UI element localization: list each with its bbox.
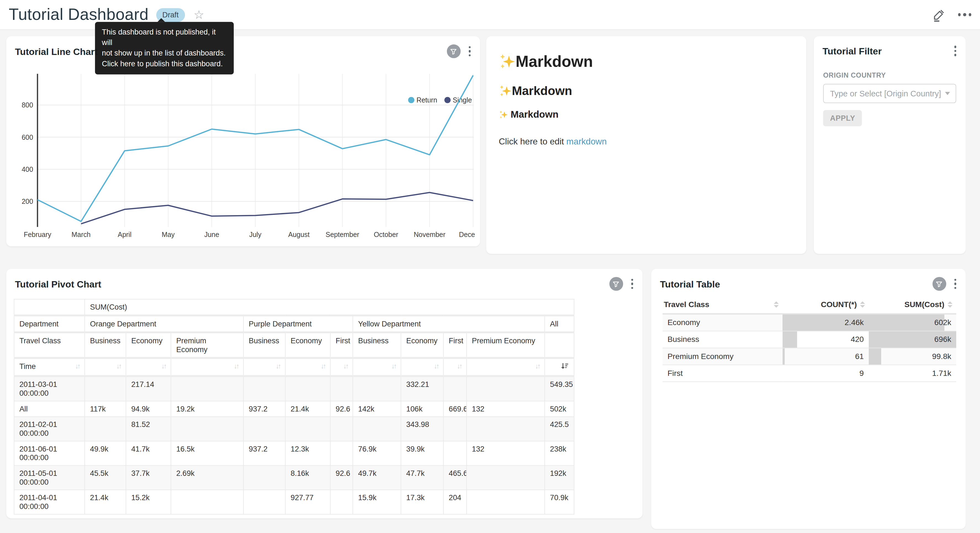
sort-carets-icon[interactable] <box>947 301 952 308</box>
pivot-row-label: 2011-03-01 00:00:00 <box>14 376 85 401</box>
pivot-cell: 21.4k <box>85 490 126 514</box>
kebab-menu-icon[interactable] <box>467 45 472 57</box>
pivot-group-header: Orange Department <box>85 315 243 332</box>
pivot-cell: 92.6 <box>331 466 353 490</box>
pivot-cell <box>85 376 126 401</box>
pivot-cell: 937.2 <box>243 441 285 465</box>
origin-country-select[interactable]: Type or Select [Origin Country] <box>823 83 956 103</box>
table-column-header[interactable]: COUNT(*) <box>783 297 869 314</box>
sort-arrows-icon[interactable]: ↓↑ <box>457 362 461 370</box>
publish-tooltip[interactable]: This dashboard is not published, it will… <box>95 22 234 74</box>
travel-class-cell: Premium Economy <box>663 348 783 365</box>
line-chart-title: Tutorial Line Chart <box>15 46 97 56</box>
kebab-menu-icon[interactable] <box>630 278 635 290</box>
pivot-cell <box>285 417 331 441</box>
svg-text:800: 800 <box>22 101 33 109</box>
sort-arrows-icon[interactable]: ↓↑ <box>161 362 165 370</box>
pivot-cell: 132 <box>466 401 545 417</box>
sort-arrows-icon[interactable]: ↓↑ <box>234 362 238 370</box>
pivot-row: 2011-06-01 00:00:0049.9k41.7k16.5k937.21… <box>14 441 574 465</box>
pivot-cell: 47.7k <box>401 466 443 490</box>
pivot-sort-cell: ↓↑ <box>401 358 443 376</box>
pivot-cell: 92.6 <box>331 401 353 417</box>
sum-cost-cell: 99.8k <box>869 348 956 365</box>
sort-carets-icon[interactable] <box>774 301 779 308</box>
markdown-h2: Markdown <box>499 84 794 98</box>
favorite-star-icon[interactable]: ☆ <box>194 9 204 21</box>
sort-arrows-icon[interactable]: ↓↑ <box>116 362 121 370</box>
edit-pencil-icon[interactable] <box>932 8 945 22</box>
pivot-metric-header: SUM(Cost) <box>85 299 574 315</box>
pivot-cell: 45.5k <box>85 466 126 490</box>
pivot-cell: 49.7k <box>353 466 401 490</box>
pivot-cell <box>331 441 353 465</box>
pivot-department-label: Department <box>14 315 85 332</box>
pivot-cell <box>85 417 126 441</box>
sort-arrows-icon[interactable]: ↓↑ <box>391 362 396 370</box>
pivot-column-header: First <box>331 332 353 358</box>
pivot-group-header: Purple Department <box>243 315 353 332</box>
pivot-cell: 343.98 <box>401 417 443 441</box>
pivot-column-header: Economy <box>126 332 171 358</box>
markdown-edit-link[interactable]: markdown <box>566 136 607 146</box>
sort-arrows-icon[interactable]: ↓↑ <box>320 362 325 370</box>
kebab-menu-icon[interactable] <box>953 278 958 290</box>
pivot-cell <box>466 417 545 441</box>
sort-arrows-icon[interactable]: ↓↑ <box>343 362 348 370</box>
pivot-row-label: 2011-04-01 00:00:00 <box>14 490 85 514</box>
pivot-column-header: First <box>443 332 466 358</box>
kebab-menu-icon[interactable] <box>953 45 958 57</box>
table-card-title: Tutorial Table <box>660 279 720 289</box>
pivot-time-label: Time↓↑ <box>14 358 85 376</box>
pivot-row: 2011-04-01 00:00:0021.4k15.2k927.7715.9k… <box>14 490 574 514</box>
pivot-row: 2011-02-01 00:00:0081.52343.98425.5 <box>14 417 574 441</box>
svg-text:600: 600 <box>22 133 33 141</box>
pivot-table: SUM(Cost)DepartmentOrange DepartmentPurp… <box>6 293 643 514</box>
pivot-cell <box>443 417 466 441</box>
pivot-cell: 21.4k <box>285 401 331 417</box>
sort-arrows-icon[interactable]: ↓↑ <box>434 362 438 370</box>
pivot-cell <box>353 376 401 401</box>
apply-button[interactable]: APPLY <box>823 110 862 126</box>
pivot-group-header: Yellow Department <box>353 315 545 332</box>
pivot-cell: 94.9k <box>126 401 171 417</box>
pivot-cell: 204 <box>443 490 466 514</box>
table-column-header[interactable]: Travel Class <box>663 297 783 314</box>
pivot-sort-cell: ↓↑ <box>353 358 401 376</box>
filter-circle-icon[interactable] <box>932 277 946 291</box>
table-row: Business420696k <box>663 331 956 348</box>
tooltip-line: Click here to publish this dashboard. <box>102 59 227 69</box>
pivot-cell <box>331 490 353 514</box>
svg-text:July: July <box>249 231 262 238</box>
count-cell: 420 <box>783 331 869 348</box>
sort-arrows-icon[interactable]: ↓↑ <box>75 362 80 370</box>
pivot-cell: 549.35 <box>545 376 574 401</box>
pivot-cell: 19.2k <box>171 401 243 417</box>
pivot-cell <box>466 466 545 490</box>
sort-arrows-icon[interactable]: ↓↑ <box>535 362 539 370</box>
origin-country-label: ORIGIN COUNTRY <box>823 71 956 78</box>
pivot-cell: 465.6 <box>443 466 466 490</box>
sort-arrows-icon[interactable]: ↓↑ <box>275 362 280 370</box>
pivot-cell <box>243 376 285 401</box>
ellipsis-menu-icon[interactable] <box>958 11 972 19</box>
pivot-cell: 142k <box>353 401 401 417</box>
pivot-cell: 106k <box>401 401 443 417</box>
svg-text:May: May <box>162 231 175 238</box>
pivot-cell: 332.21 <box>401 376 443 401</box>
filter-circle-icon[interactable] <box>609 277 623 291</box>
pivot-sort-cell: ↓↑ <box>85 358 126 376</box>
filter-circle-icon[interactable] <box>447 45 460 58</box>
pivot-cell <box>331 417 353 441</box>
pivot-cell: 12.3k <box>285 441 331 465</box>
pivot-cell: 502k <box>545 401 574 417</box>
line-chart-plot: 200400600800FebruaryMarchAprilMayJuneJul… <box>6 74 476 246</box>
pivot-cell: 37.7k <box>126 466 171 490</box>
table-column-header[interactable]: SUM(Cost) <box>869 297 956 314</box>
markdown-h1: Markdown <box>499 53 794 71</box>
sum-cost-cell: 602k <box>869 314 956 331</box>
sort-carets-icon[interactable] <box>860 301 865 308</box>
pivot-cell <box>171 376 243 401</box>
sort-descending-icon[interactable] <box>561 362 569 372</box>
count-cell: 2.46k <box>783 314 869 331</box>
